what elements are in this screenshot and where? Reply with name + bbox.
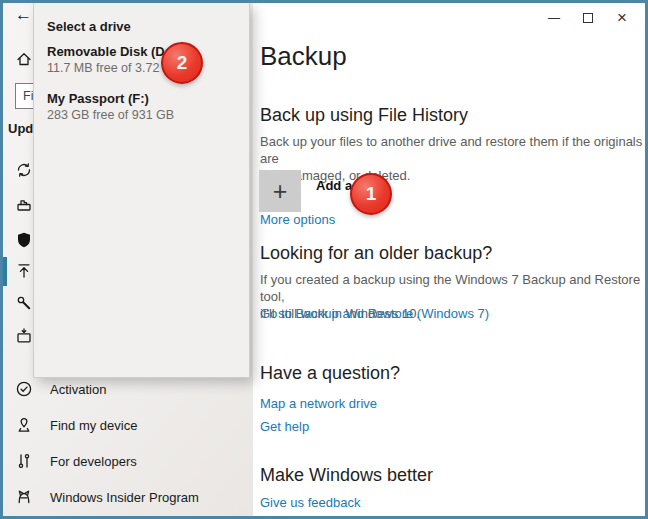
delivery-optimization-icon[interactable] (15, 196, 33, 214)
callout-badge-2: 2 (161, 42, 203, 84)
checkmark-circle-icon[interactable] (15, 380, 33, 398)
ninja-cat-icon[interactable] (15, 488, 33, 506)
map-pin-icon[interactable] (15, 416, 33, 434)
section-heading-older-backup: Looking for an older backup? (260, 243, 492, 264)
sidebar-item-find-my-device[interactable]: Find my device (50, 418, 137, 433)
flyout-title: Select a drive (47, 19, 131, 34)
settings-window: ← Upd. (0, 0, 648, 519)
maximize-icon (583, 13, 593, 23)
sidebar-item-windows-insider[interactable]: For developers (50, 454, 137, 469)
file-history-description: Back up your files to another drive and … (260, 133, 645, 184)
home-icon[interactable] (15, 50, 33, 68)
section-heading-question: Have a question? (260, 363, 400, 384)
get-help-link[interactable]: Get help (260, 419, 309, 434)
drive-item-my-passport[interactable]: My Passport (F:) 283 GB free of 931 GB (34, 91, 249, 129)
give-feedback-link[interactable]: Give us feedback (260, 495, 360, 510)
sidebar-item-activation[interactable]: Activation (50, 382, 106, 397)
map-network-drive-link[interactable]: Map a network drive (260, 396, 377, 411)
window-controls: — × (537, 7, 639, 29)
add-a-drive-button[interactable]: + (259, 170, 301, 212)
wrench-icon[interactable] (15, 294, 33, 312)
selected-item-accent-bar (3, 257, 7, 286)
maximize-button[interactable] (571, 7, 605, 29)
callout-badge-1: 1 (350, 173, 392, 215)
sidebar-item-insider-label[interactable]: Windows Insider Program (50, 490, 199, 505)
back-arrow-icon[interactable]: ← (15, 5, 32, 25)
page-title: Backup (260, 41, 347, 72)
dev-tools-icon[interactable] (15, 452, 33, 470)
backup-upload-icon[interactable] (15, 262, 33, 280)
shield-icon[interactable] (15, 231, 33, 249)
drive-detail: 283 GB free of 931 GB (47, 108, 174, 122)
section-heading-file-history: Back up using File History (260, 105, 468, 126)
recovery-icon[interactable] (15, 327, 33, 345)
close-button[interactable]: × (605, 7, 639, 29)
section-heading-better: Make Windows better (260, 465, 433, 486)
plus-icon: + (273, 179, 288, 204)
drive-name[interactable]: Removable Disk (D:) (47, 44, 173, 59)
more-options-link[interactable]: More options (260, 212, 335, 227)
drive-item-removable-disk[interactable]: Removable Disk (D:) 11.7 MB free of 3.72… (34, 44, 249, 82)
sync-icon[interactable] (15, 161, 33, 179)
drive-name[interactable]: My Passport (F:) (47, 91, 149, 106)
select-drive-flyout: Select a drive Removable Disk (D:) 11.7 … (33, 3, 250, 378)
minimize-button[interactable]: — (537, 7, 571, 29)
go-to-backup-restore-link[interactable]: Go to Backup and Restore (Windows 7) (260, 306, 489, 321)
